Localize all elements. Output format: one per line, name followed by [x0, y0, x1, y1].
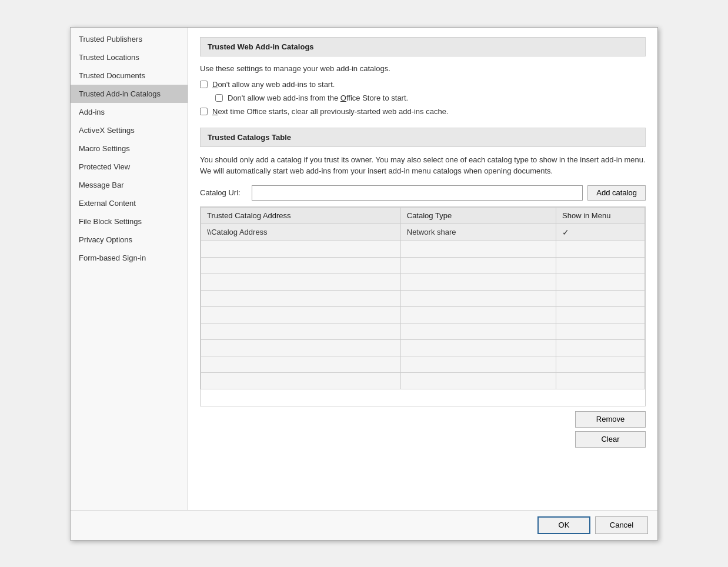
dialog-body: Trusted PublishersTrusted LocationsTrust…: [71, 28, 657, 510]
section2: Trusted Catalogs Table You should only a…: [200, 128, 646, 448]
clear-button[interactable]: Clear: [575, 431, 646, 448]
section2-description: You should only add a catalog if you tru…: [200, 154, 646, 177]
catalog-url-label: Catalog Url:: [200, 188, 247, 197]
cell-address: \\Catalog Address: [201, 224, 401, 241]
add-catalog-button[interactable]: Add catalog: [587, 185, 646, 201]
cancel-button[interactable]: Cancel: [595, 516, 648, 534]
checkbox2-label: Don't allow web add-ins from the Office …: [228, 94, 408, 102]
table-body: \\Catalog Address Network share ✓: [201, 224, 645, 389]
checkmark-icon: ✓: [562, 228, 569, 237]
checkbox3-row: Next time Office starts, clear all previ…: [200, 107, 646, 116]
sidebar-item-trusted-locations[interactable]: Trusted Locations: [71, 48, 188, 66]
catalog-url-input[interactable]: [252, 185, 583, 201]
sidebar-item-form-based-sign-in[interactable]: Form-based Sign-in: [71, 249, 188, 267]
checkbox1-underline: D: [212, 80, 218, 89]
main-content: Trusted Web Add-in Catalogs Use these se…: [188, 28, 657, 510]
sidebar-item-activex-settings[interactable]: ActiveX Settings: [71, 121, 188, 139]
sidebar-item-protected-view[interactable]: Protected View: [71, 158, 188, 176]
col-show: Show in Menu: [556, 207, 645, 224]
table-empty-row: [201, 290, 645, 306]
table-empty-row: [201, 339, 645, 356]
sidebar-item-external-content[interactable]: External Content: [71, 194, 188, 212]
section1-header: Trusted Web Add-in Catalogs: [200, 37, 646, 56]
sidebar-item-message-bar[interactable]: Message Bar: [71, 176, 188, 194]
table-empty-row: [201, 356, 645, 372]
col-type: Catalog Type: [400, 207, 556, 224]
sidebar-item-trusted-documents[interactable]: Trusted Documents: [71, 66, 188, 85]
table-actions: Remove Clear: [200, 411, 646, 448]
checkbox1-input[interactable]: [200, 81, 208, 88]
catalog-table: Trusted Catalog Address Catalog Type Sho…: [201, 207, 645, 389]
sidebar-item-trusted-publishers[interactable]: Trusted Publishers: [71, 30, 188, 48]
section1-description: Use these settings to manage your web ad…: [200, 64, 646, 74]
catalog-table-container: Trusted Catalog Address Catalog Type Sho…: [200, 206, 646, 406]
checkbox2-row: Don't allow web add-ins from the Office …: [215, 94, 646, 102]
sidebar-item-add-ins[interactable]: Add-ins: [71, 103, 188, 121]
cell-show: ✓: [556, 224, 645, 241]
col-address: Trusted Catalog Address: [201, 207, 401, 224]
checkbox2-underline: O: [340, 94, 346, 102]
sidebar: Trusted PublishersTrusted LocationsTrust…: [71, 28, 188, 510]
table-empty-row: [201, 274, 645, 290]
table-empty-row: [201, 241, 645, 257]
checkbox1-row: Don't allow any web add-ins to start.: [200, 80, 646, 89]
dialog-footer: OK Cancel: [71, 510, 657, 540]
ok-button[interactable]: OK: [537, 516, 590, 534]
table-empty-row: [201, 257, 645, 274]
catalog-url-row: Catalog Url: Add catalog: [200, 185, 646, 201]
table-header-row: Trusted Catalog Address Catalog Type Sho…: [201, 207, 645, 224]
checkbox3-underline: N: [212, 107, 218, 116]
table-empty-row: [201, 323, 645, 339]
checkbox1-label: Don't allow any web add-ins to start.: [212, 80, 335, 89]
sidebar-item-privacy-options[interactable]: Privacy Options: [71, 231, 188, 249]
section2-header: Trusted Catalogs Table: [200, 128, 646, 147]
cell-type: Network share: [400, 224, 556, 241]
sidebar-item-file-block-settings[interactable]: File Block Settings: [71, 212, 188, 231]
trust-center-dialog: Trusted PublishersTrusted LocationsTrust…: [70, 27, 658, 541]
table-row[interactable]: \\Catalog Address Network share ✓: [201, 224, 645, 241]
table-empty-row: [201, 306, 645, 323]
sidebar-item-trusted-addin-catalogs[interactable]: Trusted Add-in Catalogs: [71, 85, 188, 103]
checkbox2-input[interactable]: [215, 94, 223, 102]
table-empty-row: [201, 372, 645, 389]
checkbox3-label: Next time Office starts, clear all previ…: [212, 107, 448, 116]
remove-button[interactable]: Remove: [575, 411, 646, 428]
checkbox3-input[interactable]: [200, 108, 208, 115]
sidebar-item-macro-settings[interactable]: Macro Settings: [71, 139, 188, 158]
